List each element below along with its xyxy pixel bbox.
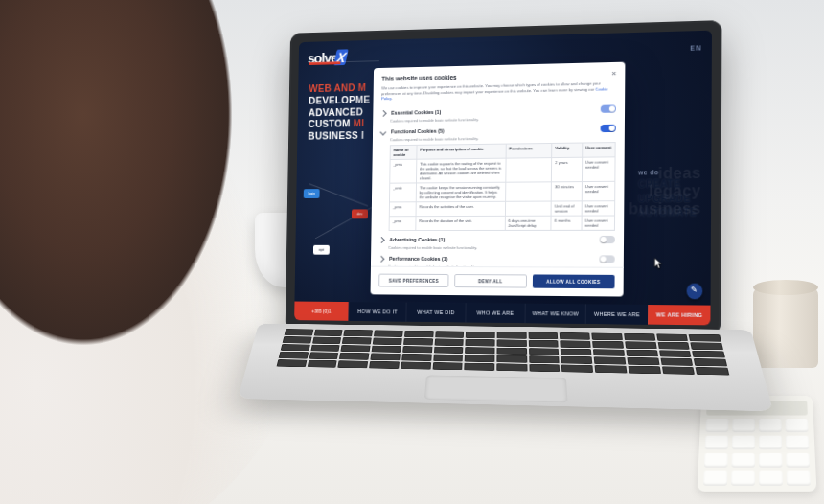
th-consent: User consent <box>583 143 615 158</box>
category-title[interactable]: Essential Cookies (1) <box>391 106 594 116</box>
toggle-functional[interactable] <box>601 125 616 132</box>
allow-all-button[interactable]: Allow all cookies <box>532 274 614 288</box>
modal-title: This website uses cookies <box>381 74 456 82</box>
toggle-essential <box>601 104 616 112</box>
cookie-table: Name of cookie Purpose and description o… <box>389 142 616 231</box>
chevron-right-icon[interactable] <box>378 236 385 242</box>
laptop-trackpad <box>424 375 568 402</box>
cursor-icon <box>654 258 663 269</box>
table-row: _pmaRecords the activities of the user.U… <box>389 201 614 217</box>
chat-fab[interactable] <box>687 284 703 300</box>
keyword: AUTOMATE <box>638 206 698 220</box>
cookie-category-essential: Essential Cookies (1) Cookies required t… <box>381 104 616 123</box>
nav-what-did[interactable]: WHAT WE DID <box>406 303 466 323</box>
chevron-down-icon[interactable] <box>380 128 387 135</box>
cookie-consent-modal: This website uses cookies × We use cooki… <box>371 62 626 297</box>
chevron-right-icon[interactable] <box>378 255 385 262</box>
deny-all-button[interactable]: Deny all <box>454 274 526 288</box>
cookie-category-performance: Performance Cookies (1) Cookies required… <box>378 255 614 267</box>
table-row: _pmaRecords the duration of the visit.6 … <box>389 216 615 231</box>
desk-cylinder <box>753 287 818 368</box>
category-title[interactable]: Functional Cookies (5) <box>391 126 595 134</box>
th-permissions: Permissions <box>506 143 552 158</box>
category-subtitle: Cookies required to enable basic website… <box>390 134 616 142</box>
save-preferences-button[interactable]: Save preferences <box>378 274 449 287</box>
chevron-right-icon[interactable] <box>380 109 387 116</box>
nav-know[interactable]: WHAT WE KNOW <box>525 304 586 324</box>
cookie-category-advertising: Advertising Cookies (1) Cookies required… <box>379 236 615 250</box>
nav-phone[interactable]: +385 (0)1 <box>294 302 349 321</box>
keywords-lead: we do <box>638 169 698 176</box>
toggle-performance[interactable] <box>599 255 614 263</box>
toggle-advertising[interactable] <box>600 236 615 243</box>
language-switch[interactable]: EN <box>690 44 701 51</box>
laptop-screen: solveX EN WEB AND M DEVELOPME ADVANCED C… <box>294 31 712 326</box>
keyword: CREATE <box>638 177 698 192</box>
network-node: api <box>313 245 330 255</box>
network-node: dev <box>352 209 368 218</box>
cookie-category-functional: Functional Cookies (5) Cookies required … <box>379 125 616 231</box>
table-row: _ombThe cookie keeps the session running… <box>389 181 614 202</box>
laptop: solveX EN WEB AND M DEVELOPME ADVANCED C… <box>257 19 752 459</box>
th-purpose: Purpose and description of cookie <box>417 144 506 159</box>
main-nav: +385 (0)1 HOW WE DO IT WHAT WE DID WHO W… <box>294 302 710 326</box>
th-validity: Validity <box>552 143 583 158</box>
laptop-keyboard <box>277 329 730 375</box>
keyword: UPGRADE <box>638 192 698 206</box>
th-name: Name of cookie <box>390 145 417 159</box>
photo-scene: solveX EN WEB AND M DEVELOPME ADVANCED C… <box>0 0 824 504</box>
category-subtitle: Cookies required to enable basic website… <box>388 245 615 250</box>
category-title[interactable]: Advertising Cookies (1) <box>389 237 593 242</box>
nav-who[interactable]: WHO WE ARE <box>465 303 525 323</box>
network-node: login <box>304 189 320 198</box>
hero-keywords: we do ideas CREATE legacy UPGRADE busine… <box>638 169 698 220</box>
table-row: _pmaThis cookie supports the routing of … <box>390 157 615 183</box>
close-icon[interactable]: × <box>611 69 616 78</box>
nav-hiring[interactable]: WE ARE HIRING <box>648 305 711 325</box>
category-title[interactable]: Performance Cookies (1) <box>389 256 593 263</box>
nav-where[interactable]: WHERE WE ARE <box>585 304 648 324</box>
modal-description: We use cookies to improve your experienc… <box>381 80 616 102</box>
nav-how[interactable]: HOW WE DO IT <box>348 302 406 322</box>
laptop-base <box>238 324 773 412</box>
